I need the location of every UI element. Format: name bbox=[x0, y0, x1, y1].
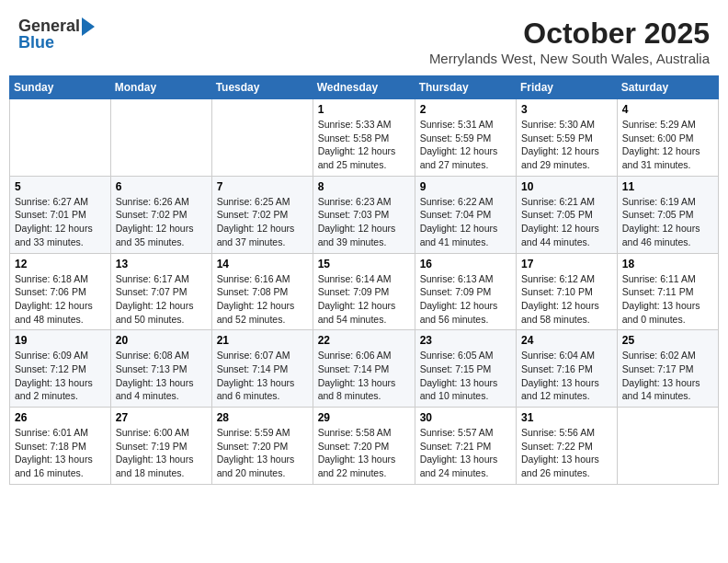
calendar-cell: 23Sunrise: 6:05 AMSunset: 7:15 PMDayligh… bbox=[415, 330, 516, 408]
day-number: 16 bbox=[420, 258, 511, 270]
calendar-header-row: SundayMondayTuesdayWednesdayThursdayFrid… bbox=[10, 76, 719, 99]
calendar-cell: 3Sunrise: 5:30 AMSunset: 5:59 PMDaylight… bbox=[517, 99, 618, 177]
day-number: 18 bbox=[622, 258, 713, 270]
calendar-cell: 16Sunrise: 6:13 AMSunset: 7:09 PMDayligh… bbox=[415, 253, 516, 330]
day-info: Sunrise: 6:07 AMSunset: 7:14 PMDaylight:… bbox=[217, 349, 308, 403]
calendar-cell: 31Sunrise: 5:56 AMSunset: 7:22 PMDayligh… bbox=[517, 408, 618, 485]
day-number: 12 bbox=[15, 258, 106, 270]
day-number: 14 bbox=[217, 258, 308, 270]
calendar-cell: 5Sunrise: 6:27 AMSunset: 7:01 PMDaylight… bbox=[10, 176, 111, 253]
calendar-cell: 18Sunrise: 6:11 AMSunset: 7:11 PMDayligh… bbox=[617, 253, 718, 330]
calendar-cell: 30Sunrise: 5:57 AMSunset: 7:21 PMDayligh… bbox=[415, 408, 516, 485]
calendar-week-row: 5Sunrise: 6:27 AMSunset: 7:01 PMDaylight… bbox=[10, 176, 719, 253]
day-info: Sunrise: 6:13 AMSunset: 7:09 PMDaylight:… bbox=[420, 272, 511, 327]
day-info: Sunrise: 6:05 AMSunset: 7:15 PMDaylight:… bbox=[420, 349, 511, 403]
day-info: Sunrise: 6:01 AMSunset: 7:18 PMDaylight:… bbox=[15, 426, 106, 480]
day-info: Sunrise: 6:18 AMSunset: 7:06 PMDaylight:… bbox=[15, 272, 106, 327]
col-header-sunday: Sunday bbox=[10, 76, 111, 99]
calendar-cell bbox=[110, 99, 211, 177]
day-info: Sunrise: 6:02 AMSunset: 7:17 PMDaylight:… bbox=[622, 349, 713, 403]
col-header-saturday: Saturday bbox=[617, 76, 718, 99]
calendar-cell: 9Sunrise: 6:22 AMSunset: 7:04 PMDaylight… bbox=[415, 176, 516, 253]
day-info: Sunrise: 5:57 AMSunset: 7:21 PMDaylight:… bbox=[420, 426, 511, 480]
day-number: 11 bbox=[622, 180, 713, 193]
calendar-cell: 27Sunrise: 6:00 AMSunset: 7:19 PMDayligh… bbox=[110, 408, 211, 485]
day-info: Sunrise: 6:11 AMSunset: 7:11 PMDaylight:… bbox=[622, 272, 713, 327]
calendar-cell: 20Sunrise: 6:08 AMSunset: 7:13 PMDayligh… bbox=[110, 330, 211, 408]
calendar-week-row: 1Sunrise: 5:33 AMSunset: 5:58 PMDaylight… bbox=[10, 99, 719, 177]
day-info: Sunrise: 6:04 AMSunset: 7:16 PMDaylight:… bbox=[521, 349, 612, 403]
col-header-monday: Monday bbox=[110, 76, 211, 99]
page-title: October 2025 bbox=[429, 17, 710, 51]
logo-text-blue: Blue bbox=[18, 33, 54, 52]
day-info: Sunrise: 5:33 AMSunset: 5:58 PMDaylight:… bbox=[318, 118, 410, 172]
day-number: 13 bbox=[116, 258, 207, 270]
day-number: 15 bbox=[318, 258, 410, 270]
calendar-cell: 10Sunrise: 6:21 AMSunset: 7:05 PMDayligh… bbox=[517, 176, 618, 253]
calendar-cell: 4Sunrise: 5:29 AMSunset: 6:00 PMDaylight… bbox=[617, 99, 718, 177]
day-number: 23 bbox=[420, 334, 511, 347]
logo: General Blue bbox=[18, 17, 95, 52]
calendar-week-row: 26Sunrise: 6:01 AMSunset: 7:18 PMDayligh… bbox=[10, 408, 719, 485]
calendar-cell: 19Sunrise: 6:09 AMSunset: 7:12 PMDayligh… bbox=[10, 330, 111, 408]
calendar-cell: 17Sunrise: 6:12 AMSunset: 7:10 PMDayligh… bbox=[517, 253, 618, 330]
day-number: 6 bbox=[116, 180, 207, 193]
day-info: Sunrise: 5:59 AMSunset: 7:20 PMDaylight:… bbox=[217, 426, 308, 480]
col-header-tuesday: Tuesday bbox=[211, 76, 313, 99]
calendar-table: SundayMondayTuesdayWednesdayThursdayFrid… bbox=[9, 75, 719, 485]
day-info: Sunrise: 5:30 AMSunset: 5:59 PMDaylight:… bbox=[521, 118, 612, 172]
day-number: 2 bbox=[420, 103, 511, 116]
page-header: General Blue October 2025 Merrylands Wes… bbox=[9, 9, 719, 70]
day-number: 7 bbox=[217, 180, 308, 193]
day-info: Sunrise: 6:19 AMSunset: 7:05 PMDaylight:… bbox=[622, 195, 713, 249]
day-number: 5 bbox=[15, 180, 106, 193]
day-info: Sunrise: 6:00 AMSunset: 7:19 PMDaylight:… bbox=[116, 426, 207, 480]
calendar-cell: 21Sunrise: 6:07 AMSunset: 7:14 PMDayligh… bbox=[211, 330, 313, 408]
calendar-cell: 6Sunrise: 6:26 AMSunset: 7:02 PMDaylight… bbox=[110, 176, 211, 253]
day-number: 22 bbox=[318, 334, 410, 347]
day-info: Sunrise: 6:08 AMSunset: 7:13 PMDaylight:… bbox=[116, 349, 207, 403]
day-info: Sunrise: 6:09 AMSunset: 7:12 PMDaylight:… bbox=[15, 349, 106, 403]
logo-arrow-icon bbox=[82, 17, 95, 36]
calendar-cell: 2Sunrise: 5:31 AMSunset: 5:59 PMDaylight… bbox=[415, 99, 516, 177]
day-number: 31 bbox=[521, 411, 612, 424]
title-block: October 2025 Merrylands West, New South … bbox=[429, 17, 710, 66]
calendar-cell: 22Sunrise: 6:06 AMSunset: 7:14 PMDayligh… bbox=[313, 330, 415, 408]
calendar-cell: 14Sunrise: 6:16 AMSunset: 7:08 PMDayligh… bbox=[211, 253, 313, 330]
day-number: 25 bbox=[622, 334, 713, 347]
calendar-cell: 1Sunrise: 5:33 AMSunset: 5:58 PMDaylight… bbox=[313, 99, 415, 177]
day-number: 19 bbox=[15, 334, 106, 347]
day-info: Sunrise: 6:06 AMSunset: 7:14 PMDaylight:… bbox=[318, 349, 410, 403]
day-number: 4 bbox=[622, 103, 713, 116]
calendar-cell: 28Sunrise: 5:59 AMSunset: 7:20 PMDayligh… bbox=[211, 408, 313, 485]
day-info: Sunrise: 6:12 AMSunset: 7:10 PMDaylight:… bbox=[521, 272, 612, 327]
day-number: 30 bbox=[420, 411, 511, 424]
day-info: Sunrise: 6:21 AMSunset: 7:05 PMDaylight:… bbox=[521, 195, 612, 249]
day-info: Sunrise: 6:16 AMSunset: 7:08 PMDaylight:… bbox=[217, 272, 308, 327]
col-header-thursday: Thursday bbox=[415, 76, 516, 99]
day-number: 17 bbox=[521, 258, 612, 270]
day-number: 26 bbox=[15, 411, 106, 424]
calendar-week-row: 19Sunrise: 6:09 AMSunset: 7:12 PMDayligh… bbox=[10, 330, 719, 408]
page-subtitle: Merrylands West, New South Wales, Austra… bbox=[429, 51, 710, 66]
day-number: 28 bbox=[217, 411, 308, 424]
day-number: 9 bbox=[420, 180, 511, 193]
day-info: Sunrise: 5:56 AMSunset: 7:22 PMDaylight:… bbox=[521, 426, 612, 480]
calendar-cell: 13Sunrise: 6:17 AMSunset: 7:07 PMDayligh… bbox=[110, 253, 211, 330]
calendar-cell: 15Sunrise: 6:14 AMSunset: 7:09 PMDayligh… bbox=[313, 253, 415, 330]
calendar-week-row: 12Sunrise: 6:18 AMSunset: 7:06 PMDayligh… bbox=[10, 253, 719, 330]
day-info: Sunrise: 5:29 AMSunset: 6:00 PMDaylight:… bbox=[622, 118, 713, 172]
day-info: Sunrise: 6:25 AMSunset: 7:02 PMDaylight:… bbox=[217, 195, 308, 249]
day-info: Sunrise: 6:17 AMSunset: 7:07 PMDaylight:… bbox=[116, 272, 207, 327]
day-info: Sunrise: 6:27 AMSunset: 7:01 PMDaylight:… bbox=[15, 195, 106, 249]
col-header-wednesday: Wednesday bbox=[313, 76, 415, 99]
day-number: 8 bbox=[318, 180, 410, 193]
day-number: 20 bbox=[116, 334, 207, 347]
calendar-cell bbox=[617, 408, 718, 485]
calendar-cell: 26Sunrise: 6:01 AMSunset: 7:18 PMDayligh… bbox=[10, 408, 111, 485]
calendar-cell: 24Sunrise: 6:04 AMSunset: 7:16 PMDayligh… bbox=[517, 330, 618, 408]
day-number: 10 bbox=[521, 180, 612, 193]
day-info: Sunrise: 6:23 AMSunset: 7:03 PMDaylight:… bbox=[318, 195, 410, 249]
calendar-cell: 12Sunrise: 6:18 AMSunset: 7:06 PMDayligh… bbox=[10, 253, 111, 330]
day-info: Sunrise: 6:26 AMSunset: 7:02 PMDaylight:… bbox=[116, 195, 207, 249]
